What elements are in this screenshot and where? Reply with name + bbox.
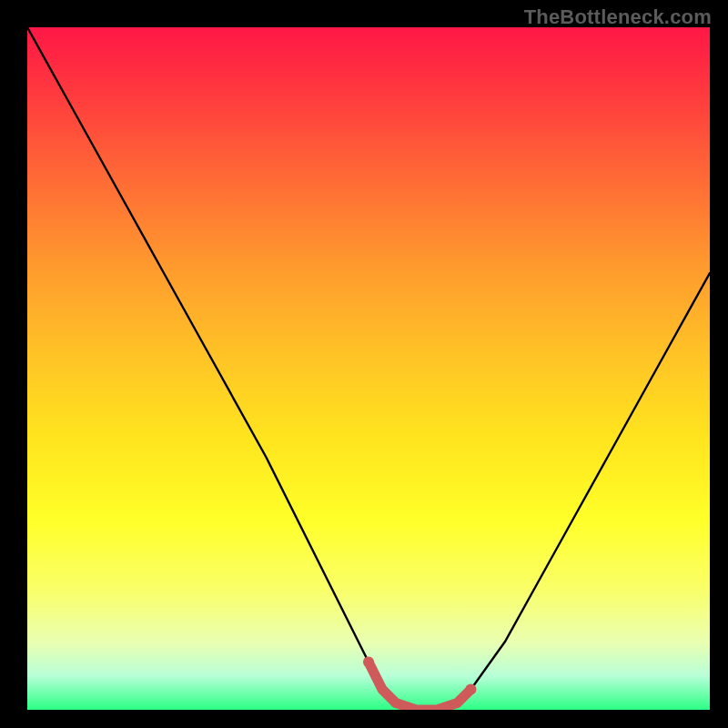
highlight-endpoint <box>363 657 374 668</box>
plot-area <box>27 27 710 710</box>
chart-line-group <box>27 27 710 710</box>
curve-line <box>27 27 710 710</box>
highlight-endpoint <box>466 684 477 695</box>
chart-svg <box>27 27 710 710</box>
watermark-text: TheBottleneck.com <box>524 5 712 29</box>
chart-highlight-group <box>363 657 477 711</box>
curve-highlight <box>369 662 471 711</box>
chart-container: TheBottleneck.com <box>0 0 728 728</box>
